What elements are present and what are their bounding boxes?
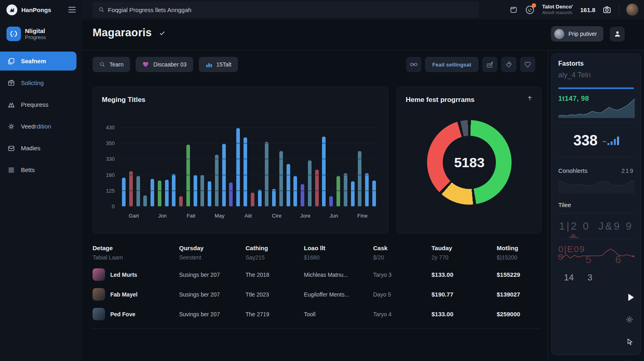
sidebar-item-seafnem[interactable]: Seafnem bbox=[0, 52, 76, 71]
chip-discaaber-03[interactable]: Discaaber 03 bbox=[136, 57, 193, 72]
sidebar-item-solicting[interactable]: Solicting bbox=[0, 73, 76, 92]
sidebar-item-label: Madies bbox=[21, 145, 40, 151]
bar bbox=[279, 151, 283, 206]
table-cell: Ttle 2023 bbox=[246, 291, 304, 298]
num3-left: 14 bbox=[564, 272, 574, 283]
user-avatar[interactable] bbox=[626, 4, 638, 16]
check-icon[interactable] bbox=[159, 30, 165, 36]
bar bbox=[308, 160, 312, 206]
sidebar-nav: SeafnemSolictingPrequressVeed rditionMad… bbox=[0, 52, 82, 179]
search-input[interactable]: Foqgial Progress llets Annggah bbox=[93, 2, 479, 18]
bar bbox=[143, 195, 147, 206]
bar bbox=[158, 180, 161, 206]
red-line-row: 0|E09 5 6 bbox=[558, 243, 634, 264]
tilee-num-left: 1|2 0 bbox=[559, 220, 590, 232]
tilee-num-right: J&9 9 bbox=[599, 220, 634, 232]
row-name: Led Murts bbox=[93, 268, 179, 281]
red-spike bbox=[568, 232, 584, 239]
column-header: Detage bbox=[93, 243, 179, 253]
flower-icon[interactable] bbox=[625, 308, 634, 330]
file-icon[interactable] bbox=[510, 6, 518, 14]
y-axis-tick: 125 bbox=[106, 187, 115, 193]
app-logo-icon bbox=[6, 27, 21, 41]
bar bbox=[344, 173, 347, 206]
page-title: Magaraoris bbox=[93, 27, 152, 39]
search-icon bbox=[98, 6, 105, 13]
bar bbox=[129, 171, 133, 206]
profile-avatar bbox=[554, 29, 564, 39]
column-header: Cask bbox=[373, 243, 431, 253]
profile-button[interactable]: Prip putiver bbox=[551, 26, 603, 41]
filter-chips: TearnDiscaaber 0315Talt bbox=[93, 57, 238, 72]
column-subvalue: $/20 bbox=[373, 253, 431, 265]
sidebar-item-betts[interactable]: Betts bbox=[0, 160, 76, 179]
page-header: Magaraoris Prip putiver bbox=[82, 19, 644, 50]
gear-icon bbox=[7, 122, 15, 131]
sidebar-item-label: Solicting bbox=[21, 79, 44, 86]
list-icon bbox=[7, 166, 15, 174]
column-subvalue: 2y 770 bbox=[431, 253, 497, 265]
table-row[interactable]: Ped FoveSuvings ber 207The 2719ToollTary… bbox=[93, 304, 540, 324]
row-avatar bbox=[93, 268, 105, 281]
hamburger-menu-icon[interactable] bbox=[68, 7, 76, 12]
table-row[interactable]: Led MurtsSusings ber 207The 2018Michleas… bbox=[93, 265, 540, 284]
column-subvalue: Say215 bbox=[246, 253, 304, 265]
add-icon[interactable] bbox=[527, 95, 533, 101]
mail-icon bbox=[7, 144, 15, 152]
table-cell: Eugiloffer Ments... bbox=[304, 291, 373, 298]
dashboard-app: HanPongs Foqgial Progress llets Annggah … bbox=[0, 0, 644, 361]
data-table: DetageQursdayCathingLoao lltCaskTaudayMo… bbox=[93, 243, 540, 324]
right-panel-card: Fastorts aly_4 Teln 1t147, 98 338 Conohl… bbox=[551, 54, 641, 355]
column-subvalue: Seestent bbox=[179, 253, 246, 265]
cursor-icon[interactable] bbox=[626, 330, 634, 353]
filter-actions: Feail setlingsat bbox=[406, 57, 535, 72]
topbar-brand-area: HanPongs bbox=[0, 0, 82, 19]
column-header: Qursday bbox=[179, 243, 246, 253]
y-axis-tick: 330 bbox=[106, 156, 115, 162]
column-subvalue: $)15200 bbox=[497, 253, 540, 265]
folder-icon bbox=[7, 79, 15, 87]
table-cell: $259000 bbox=[497, 311, 540, 317]
minibars-icon bbox=[205, 61, 213, 68]
column-header: Cathing bbox=[246, 243, 304, 253]
column-header: Tauday bbox=[431, 243, 497, 253]
table-cell: $190.77 bbox=[431, 291, 497, 298]
sidebar: Nligital Progress SeafnemSolictingPrequr… bbox=[0, 19, 82, 361]
table-row[interactable]: Fab MayelSusings ber 207Ttle 2023Eugilof… bbox=[93, 284, 540, 304]
tag-button[interactable] bbox=[501, 57, 516, 72]
x-axis-label: Jon bbox=[148, 213, 177, 219]
user-name: Talot Denco' bbox=[542, 4, 573, 10]
fastorts-subtitle: aly_4 Teln bbox=[558, 71, 634, 79]
chip-15talt[interactable]: 15Talt bbox=[199, 57, 238, 72]
sidebar-item-prequress[interactable]: Prequress bbox=[0, 95, 76, 114]
chart-house-button[interactable] bbox=[482, 57, 497, 72]
right-panel: Fastorts aly_4 Teln 1t147, 98 338 Conohl… bbox=[547, 50, 644, 361]
table-cell: Susings ber 207 bbox=[179, 291, 246, 298]
chip-label: Discaaber 03 bbox=[153, 61, 187, 68]
sliders-icon[interactable] bbox=[625, 353, 634, 361]
heart-outline-button[interactable] bbox=[520, 57, 535, 72]
bar bbox=[372, 180, 376, 206]
link-button[interactable] bbox=[406, 57, 421, 72]
big-stat: 338 bbox=[558, 132, 634, 149]
donut-center-value: 5183 bbox=[454, 155, 485, 170]
right-panel-icons bbox=[558, 286, 634, 361]
chip-tearn[interactable]: Tearn bbox=[93, 57, 130, 72]
sidebar-item-veed[interactable]: Veed rdition bbox=[0, 117, 76, 136]
row-avatar bbox=[93, 288, 105, 301]
camera-icon[interactable] bbox=[603, 5, 611, 14]
sidebar-item-madies[interactable]: Madies bbox=[0, 139, 76, 158]
table-cell: The 2018 bbox=[246, 272, 304, 278]
table-cell: $155229 bbox=[497, 271, 540, 278]
mountain-icon bbox=[7, 101, 15, 109]
notifications-icon[interactable] bbox=[525, 5, 535, 15]
bar-chart-x-axis: GartJonFaitMayAiitCireJoreJunFine bbox=[120, 213, 377, 219]
bar bbox=[186, 145, 190, 206]
table-cell: Suvings ber 207 bbox=[179, 311, 246, 317]
table-cell: $139027 bbox=[497, 291, 540, 298]
play-icon[interactable] bbox=[628, 286, 634, 308]
topbar-user[interactable]: Talot Denco' Alravll reasonfs bbox=[542, 4, 573, 15]
profile-button-label: Prip putiver bbox=[568, 31, 597, 37]
account-button[interactable] bbox=[610, 27, 625, 41]
settings-button[interactable]: Feail setlingsat bbox=[425, 57, 479, 72]
